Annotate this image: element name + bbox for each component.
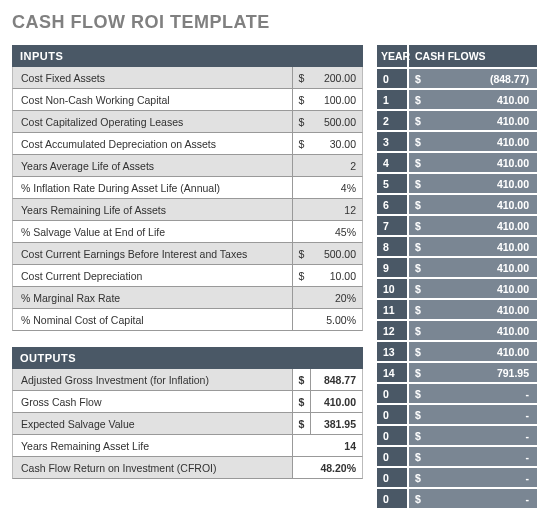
cf-amount: 410.00 [427, 132, 537, 151]
row-value: 848.77 [310, 369, 362, 390]
cf-year: 5 [377, 174, 409, 193]
inputs-block: INPUTS Cost Fixed Assets$200.00Cost Non-… [12, 45, 363, 331]
dollar-sign: $ [409, 426, 427, 445]
row-value: 45% [292, 221, 362, 242]
dollar-sign: $ [409, 384, 427, 403]
dollar-sign: $ [292, 243, 310, 264]
cashflow-row: 0$- [377, 405, 537, 426]
row-value: 500.00 [310, 111, 362, 132]
row-value: 2 [292, 155, 362, 176]
cf-year: 8 [377, 237, 409, 256]
row-value: 4% [292, 177, 362, 198]
dollar-sign: $ [409, 90, 427, 109]
dollar-sign: $ [292, 391, 310, 412]
table-row: Cost Current Earnings Before Interest an… [12, 243, 363, 265]
dollar-sign: $ [409, 174, 427, 193]
table-row: % Salvage Value at End of Life45% [12, 221, 363, 243]
cashflow-row: 0$- [377, 489, 537, 510]
inputs-table: Cost Fixed Assets$200.00Cost Non-Cash Wo… [12, 67, 363, 331]
cf-amount: 410.00 [427, 90, 537, 109]
dollar-sign: $ [409, 300, 427, 319]
row-value: 48.20% [292, 457, 362, 478]
row-value: 100.00 [310, 89, 362, 110]
dollar-sign: $ [409, 447, 427, 466]
outputs-header: OUTPUTS [12, 347, 363, 369]
cashflow-row: 14$791.95 [377, 363, 537, 384]
dollar-sign: $ [409, 216, 427, 235]
cashflow-row: 5$410.00 [377, 174, 537, 195]
table-row: Cost Fixed Assets$200.00 [12, 67, 363, 89]
dollar-sign: $ [409, 279, 427, 298]
cf-year: 0 [377, 447, 409, 466]
cf-amount-header: CASH FLOWS [409, 45, 537, 67]
row-value: 14 [292, 435, 362, 456]
table-row: Expected Salvage Value$381.95 [12, 413, 363, 435]
cashflows-table: 0$(848.77)1$410.002$410.003$410.004$410.… [377, 69, 537, 510]
row-value: 5.00% [292, 309, 362, 330]
cashflow-row: 0$(848.77) [377, 69, 537, 90]
row-label: Cost Capitalized Operating Leases [13, 111, 292, 132]
row-value: 410.00 [310, 391, 362, 412]
cf-year: 0 [377, 405, 409, 424]
cf-amount: - [427, 426, 537, 445]
row-label: % Marginal Rax Rate [13, 287, 292, 308]
cashflow-row: 8$410.00 [377, 237, 537, 258]
cf-year: 0 [377, 384, 409, 403]
table-row: Years Remaining Life of Assets12 [12, 199, 363, 221]
cf-year: 6 [377, 195, 409, 214]
cf-amount: 410.00 [427, 237, 537, 256]
table-row: % Marginal Rax Rate20% [12, 287, 363, 309]
row-label: Expected Salvage Value [13, 413, 292, 434]
cashflow-row: 1$410.00 [377, 90, 537, 111]
row-label: Cost Current Earnings Before Interest an… [13, 243, 292, 264]
dollar-sign: $ [409, 342, 427, 361]
table-row: Cost Accumulated Depreciation on Assets$… [12, 133, 363, 155]
cashflows-block: YEAR CASH FLOWS 0$(848.77)1$410.002$410.… [377, 45, 537, 510]
dollar-sign: $ [409, 132, 427, 151]
cf-year: 4 [377, 153, 409, 172]
row-label: Gross Cash Flow [13, 391, 292, 412]
cashflow-row: 7$410.00 [377, 216, 537, 237]
row-value: 12 [292, 199, 362, 220]
cashflow-row: 0$- [377, 468, 537, 489]
cashflow-row: 4$410.00 [377, 153, 537, 174]
row-label: Years Average Life of Assets [13, 155, 292, 176]
cf-year: 0 [377, 426, 409, 445]
row-label: % Inflation Rate During Asset Life (Annu… [13, 177, 292, 198]
table-row: Adjusted Gross Investment (for Inflation… [12, 369, 363, 391]
dollar-sign: $ [409, 111, 427, 130]
cf-amount: 410.00 [427, 153, 537, 172]
left-column: INPUTS Cost Fixed Assets$200.00Cost Non-… [12, 45, 363, 495]
inputs-header: INPUTS [12, 45, 363, 67]
cf-year: 12 [377, 321, 409, 340]
row-value: 10.00 [310, 265, 362, 286]
cashflow-row: 6$410.00 [377, 195, 537, 216]
dollar-sign: $ [409, 237, 427, 256]
row-label: % Nominal Cost of Capital [13, 309, 292, 330]
cf-year: 11 [377, 300, 409, 319]
row-value: 200.00 [310, 67, 362, 88]
cf-year: 0 [377, 468, 409, 487]
cf-amount: - [427, 447, 537, 466]
cf-amount: 410.00 [427, 279, 537, 298]
table-row: Cost Capitalized Operating Leases$500.00 [12, 111, 363, 133]
dollar-sign: $ [409, 489, 427, 508]
cf-year: 10 [377, 279, 409, 298]
cf-amount: 410.00 [427, 342, 537, 361]
table-row: Cost Non-Cash Working Capital$100.00 [12, 89, 363, 111]
row-label: Cost Fixed Assets [13, 67, 292, 88]
table-row: Years Average Life of Assets2 [12, 155, 363, 177]
cf-amount: 410.00 [427, 216, 537, 235]
outputs-table: Adjusted Gross Investment (for Inflation… [12, 369, 363, 479]
table-row: % Inflation Rate During Asset Life (Annu… [12, 177, 363, 199]
cf-year: 0 [377, 69, 409, 88]
cf-amount: 791.95 [427, 363, 537, 382]
cashflow-row: 3$410.00 [377, 132, 537, 153]
outputs-block: OUTPUTS Adjusted Gross Investment (for I… [12, 347, 363, 479]
cf-year: 14 [377, 363, 409, 382]
cf-amount: 410.00 [427, 300, 537, 319]
dollar-sign: $ [409, 258, 427, 277]
cashflow-row: 13$410.00 [377, 342, 537, 363]
cf-year: 7 [377, 216, 409, 235]
cashflow-row: 12$410.00 [377, 321, 537, 342]
